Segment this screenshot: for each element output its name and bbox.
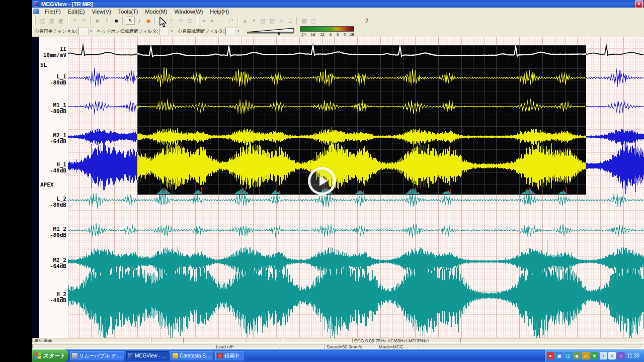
taskbar-item-recording[interactable]: 録画中 (215, 351, 245, 361)
windows-flag-icon (35, 352, 41, 359)
close-button[interactable]: × (635, 1, 643, 8)
toolbar-separator (90, 17, 92, 25)
video-play-button[interactable] (308, 167, 336, 195)
redo-icon[interactable]: ↷ (79, 17, 89, 25)
print-icon[interactable]: ▣ (56, 17, 65, 25)
menu-file[interactable]: File(F) (41, 8, 64, 15)
tray-scheduler-icon[interactable]: ○ (617, 352, 625, 359)
status-lead-off: Lead off* (214, 344, 279, 349)
channel-M22-gain: -64dB (39, 263, 66, 269)
undo-icon[interactable]: ↶ (70, 17, 79, 25)
child-window-icon (33, 9, 39, 14)
channel-L2-gain: -80dB (39, 202, 66, 208)
window-title: MCGView - [TR MR] (41, 1, 93, 7)
lowcut-filter-select[interactable]: ▼ (159, 28, 175, 35)
zoom-fit-icon[interactable]: ⊡ (185, 17, 194, 25)
tray-usb-icon[interactable]: ◆ (573, 352, 581, 359)
zoom-out-icon[interactable]: ⊖ (167, 17, 176, 25)
chevron-down-icon: ▼ (88, 28, 94, 35)
status-seg (183, 338, 247, 343)
title-bar: MCGView - [TR MR] × (32, 0, 644, 8)
status-seg (419, 344, 644, 349)
start-button[interactable]: スタート (32, 349, 68, 362)
time-expand-icon[interactable]: ↔ (217, 17, 226, 25)
channel-H1-gain: -48dB (39, 168, 66, 174)
save-icon[interactable]: ▦ (47, 17, 56, 25)
menu-view[interactable]: View(V) (88, 8, 114, 15)
chevron-down-icon: ▼ (235, 28, 241, 35)
toolbar-separator (237, 17, 239, 25)
toolbar-separator (122, 17, 124, 25)
time-shrink-icon[interactable]: ⇄ (226, 17, 235, 25)
context-help-icon[interactable]: ? (362, 17, 371, 25)
status-seg (284, 338, 352, 343)
filter-icon[interactable]: ≈ (277, 17, 286, 25)
menu-help[interactable]: Help(H) (206, 8, 232, 15)
tray-update-icon[interactable]: ▼ (591, 352, 598, 359)
lowcut-filter-label: ヘッドホン低域遮断フィルタ: (97, 28, 158, 35)
measure-icon[interactable]: ⊥ (286, 17, 295, 25)
toolbar-separator (154, 17, 156, 25)
taskbar-item-removable-disk[interactable]: リムーバブル ディスク (F:) (70, 351, 124, 361)
page-next-icon[interactable]: ► (208, 17, 217, 25)
menu-window[interactable]: Window(W) (171, 8, 206, 15)
select-cursor-icon[interactable]: ↖ (126, 17, 135, 25)
sensor-group-2-label: APEX (40, 182, 54, 188)
toolbar-grip (34, 17, 36, 25)
status-mode: Mode=MCG (377, 344, 418, 349)
toolbar-separator (196, 17, 198, 25)
pause-icon[interactable]: ‖ (103, 17, 112, 25)
open-icon[interactable]: ▤ (38, 17, 47, 25)
app-window: MCGView - [TR MR] × File(F) Edit(E) View… (32, 0, 644, 349)
highcut-filter-select[interactable]: ▼ (225, 28, 242, 35)
status-seg (280, 344, 324, 349)
status-view-mode: 再生画面 (32, 338, 151, 343)
map-view-icon[interactable]: ▧ (268, 17, 277, 25)
tray-ime-icon[interactable]: A (608, 352, 616, 359)
chevron-down-icon: ▼ (169, 28, 175, 35)
left-margin-strip (32, 37, 39, 338)
volume-slider[interactable] (247, 28, 295, 36)
tray-display-icon[interactable]: ▣ (555, 352, 563, 359)
toolbar-separator (296, 17, 298, 25)
tray-volume-icon[interactable]: ♪ (600, 352, 607, 359)
level-meter-bar (300, 26, 354, 32)
channel-M11-gain: -80dB (39, 109, 66, 115)
tray-recording-icon[interactable]: ● (547, 352, 554, 359)
volume-wedge-icon (247, 28, 295, 35)
highcut-filter-label: 心音高域遮断フィルタ: (178, 28, 224, 35)
taskbar-clock: 11:30 (627, 353, 639, 358)
db-scale: -24 -18 -12 -6 -3 -0 dB (300, 32, 354, 37)
play-icon[interactable]: ▶ (94, 17, 103, 25)
channel-L1-gain: -80dB (39, 80, 66, 86)
record-icon (217, 353, 223, 358)
status-seg (247, 338, 284, 343)
sound-channel-select[interactable]: ▼ (78, 28, 95, 35)
status-row-1: 再生画面 ECG:0.05-75Hz;AC(60Hz);MF(35Hz) (32, 338, 644, 344)
mouse-cursor (159, 17, 168, 27)
system-tray: ●▣◫◆✓▼♪A○ 11:30 (545, 349, 644, 362)
sound-channel-label: 心音再生チャンネル: (35, 28, 77, 35)
speaker-icon[interactable]: ♪ (135, 17, 144, 25)
menu-bar: File(F) Edit(E) View(V) Tools(T) Mode(M)… (32, 8, 644, 16)
chart-view-icon[interactable]: ▥ (259, 17, 268, 25)
menu-mode[interactable]: Mode(M) (141, 8, 171, 15)
gain-up-icon[interactable]: ▲ (240, 17, 250, 25)
report-icon[interactable]: ◫ (309, 17, 318, 25)
menu-edit[interactable]: Edit(E) (64, 8, 89, 15)
status-seg (460, 338, 644, 343)
taskbar-item-mcgview[interactable]: MCGView - [TR MR] (126, 351, 169, 361)
channel-H2-gain: -48dB (39, 298, 66, 304)
page-prev-icon[interactable]: ◄ (199, 17, 208, 25)
tray-network-icon[interactable]: ◫ (565, 352, 572, 359)
menu-tools[interactable]: Tools(T) (115, 8, 142, 15)
event-marker-icon[interactable]: ◆ (144, 17, 153, 25)
waveform-canvas[interactable] (68, 37, 644, 338)
tray-antivirus-icon[interactable]: ✓ (582, 352, 590, 359)
taskbar-item-camtasia[interactable]: Camtasia Studio - 名... (171, 351, 214, 361)
gain-down-icon[interactable]: ▼ (250, 17, 259, 25)
zoom-reset-icon[interactable]: ◎ (176, 17, 185, 25)
stop-icon[interactable]: ■ (112, 17, 121, 25)
status-ecg-filter: ECG:0.05-75Hz;AC(60Hz);MF(35Hz) (352, 338, 460, 343)
settings-icon[interactable]: ▩ (300, 17, 309, 25)
